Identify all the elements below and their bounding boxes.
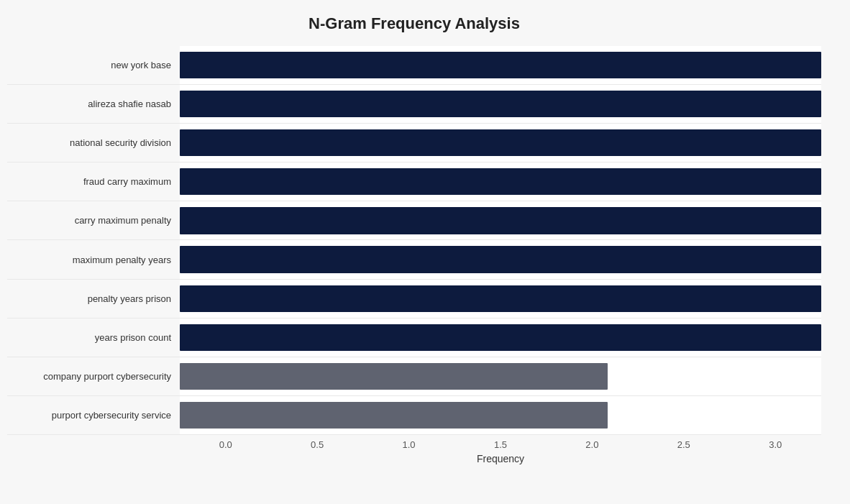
bar-track [180, 280, 821, 318]
bar-fill [180, 246, 821, 272]
bar-track [180, 46, 821, 84]
bar-row: national security division [7, 124, 821, 162]
bar-label: fraud carry maximum [7, 176, 180, 187]
bar-row: new york base [7, 46, 821, 85]
bar-label: alireza shafie nasab [7, 98, 180, 109]
x-axis: 0.00.51.01.52.02.53.0 [180, 439, 821, 450]
bar-fill [180, 402, 608, 429]
x-tick: 0.5 [271, 439, 362, 450]
chart-area: new york basealireza shafie nasabnationa… [7, 46, 821, 435]
bar-fill [180, 129, 821, 156]
bar-fill [180, 52, 821, 78]
bar-label: years prison count [7, 332, 180, 343]
bar-row: maximum penalty years [7, 240, 821, 279]
chart-title: N-Gram Frequency Analysis [7, 14, 821, 33]
bar-row: company purport cybersecurity [7, 357, 821, 396]
bar-label: new york base [7, 60, 180, 70]
bar-track [180, 85, 821, 123]
bar-fill [180, 324, 821, 351]
x-tick: 1.5 [454, 439, 546, 450]
bar-track [180, 357, 821, 395]
bar-label: national security division [7, 137, 180, 148]
bar-fill [180, 363, 608, 390]
x-tick: 0.0 [180, 439, 271, 450]
bar-row: alireza shafie nasab [7, 85, 821, 124]
x-tick: 1.0 [363, 439, 454, 450]
bar-track [180, 162, 821, 201]
bar-label: purport cybersecurity service [7, 410, 180, 421]
bar-label: company purport cybersecurity [7, 371, 180, 382]
bar-label: carry maximum penalty [7, 215, 180, 226]
bar-fill [180, 91, 821, 117]
x-tick: 2.0 [547, 439, 638, 450]
x-tick: 3.0 [730, 439, 821, 450]
bar-row: purport cybersecurity service [7, 396, 821, 435]
bar-label: penalty years prison [7, 293, 180, 304]
x-axis-label: Frequency [180, 453, 821, 464]
bar-row: penalty years prison [7, 280, 821, 319]
bar-track [180, 396, 821, 434]
bar-track [180, 124, 821, 162]
bar-label: maximum penalty years [7, 255, 180, 265]
bar-fill [180, 285, 821, 312]
bar-track [180, 240, 821, 278]
bar-row: carry maximum penalty [7, 201, 821, 240]
chart-container: N-Gram Frequency Analysis new york basea… [0, 0, 850, 504]
bar-fill [180, 168, 821, 195]
bar-row: years prison count [7, 319, 821, 357]
bar-track [180, 319, 821, 357]
bar-fill [180, 207, 821, 234]
bar-track [180, 201, 821, 239]
x-tick: 2.5 [638, 439, 729, 450]
bar-row: fraud carry maximum [7, 162, 821, 201]
